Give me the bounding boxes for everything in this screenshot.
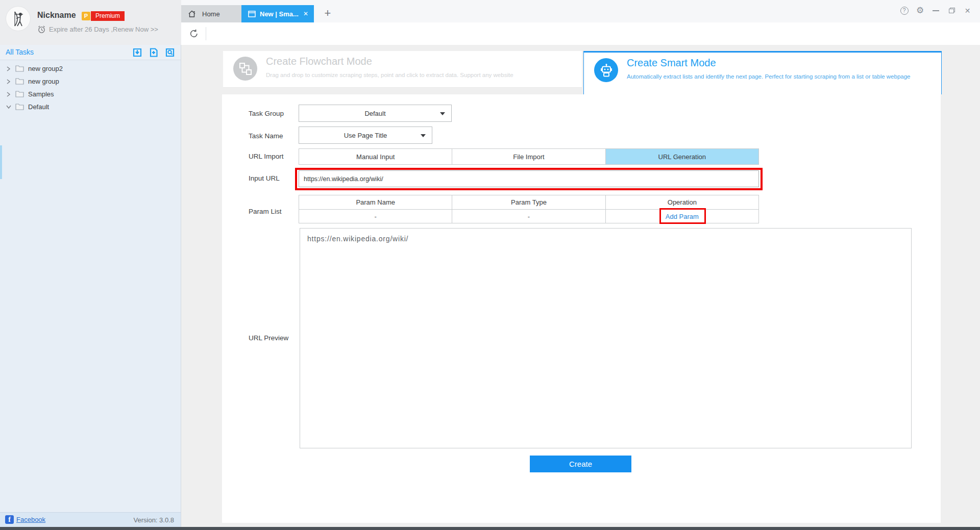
folder-icon — [15, 78, 24, 85]
all-tasks-title: All Tasks — [6, 48, 34, 56]
sidebar-header: All Tasks — [0, 45, 181, 60]
toolbar-divider — [206, 27, 206, 40]
create-flowchart-mode-card[interactable]: Create Flowchart Mode Drag and drop to c… — [223, 51, 582, 88]
search-file-icon — [165, 47, 175, 58]
task-group-value: Default — [364, 110, 385, 117]
archer-icon — [10, 10, 27, 28]
maximize-button[interactable] — [947, 6, 956, 15]
tree-item-new-group2[interactable]: new group2 — [0, 62, 181, 75]
flowchart-mode-subtitle: Drag and drop to customize scraping step… — [266, 72, 513, 78]
tree-item-label: new group2 — [28, 65, 63, 72]
facebook-link[interactable]: f Facebook — [5, 515, 45, 524]
task-group-dropdown[interactable]: Default — [299, 105, 452, 122]
browser-toolbar — [181, 22, 980, 45]
task-group-tree: new group2 new group Samples — [0, 60, 181, 512]
param-name-header: Param Name — [299, 195, 452, 210]
tree-item-default[interactable]: Default — [0, 100, 181, 113]
version-label: Version: 3.0.8 — [134, 516, 175, 524]
facebook-link-label: Facebook — [16, 516, 45, 523]
tab-bar: Home New | Sma... ✕ + ? ⚙ ✕ — [181, 0, 980, 22]
task-name-value: Use Page Title — [344, 132, 387, 139]
folder-icon — [15, 91, 24, 97]
search-task-button[interactable] — [165, 47, 175, 58]
user-nickname: Nickname — [37, 11, 76, 20]
minimize-icon — [933, 10, 939, 11]
avatar[interactable] — [6, 7, 30, 31]
minimize-button[interactable] — [932, 6, 940, 15]
file-import-tab[interactable]: File Import — [452, 149, 605, 164]
help-icon: ? — [900, 7, 909, 15]
tab-new-smart-mode[interactable]: New | Sma... ✕ — [241, 5, 314, 22]
facebook-icon: f — [5, 515, 14, 524]
url-generation-tab[interactable]: URL Generation — [606, 149, 758, 164]
home-icon — [188, 10, 196, 18]
param-name-cell: - — [299, 210, 452, 223]
tree-item-samples[interactable]: Samples — [0, 88, 181, 100]
window-icon — [248, 11, 256, 17]
tab-home-label: Home — [202, 10, 220, 18]
tab-close-icon[interactable]: ✕ — [303, 10, 308, 17]
url-preview-label: URL Preview — [249, 333, 288, 343]
operation-header: Operation — [605, 195, 758, 210]
help-button[interactable]: ? — [900, 6, 909, 15]
chevron-down-icon — [421, 134, 426, 137]
manual-input-tab[interactable]: Manual Input — [299, 149, 452, 164]
tab-home[interactable]: Home — [181, 5, 241, 22]
restore-icon — [949, 8, 955, 13]
user-area: Nickname P Premium Expire after 26 Days … — [0, 0, 181, 45]
task-group-label: Task Group — [249, 109, 284, 119]
sidebar-scroll-indicator[interactable] — [0, 145, 2, 179]
expire-text[interactable]: Expire after 26 Days ,Renew Now >> — [49, 26, 158, 33]
import-tray-icon — [132, 47, 142, 58]
import-task-button[interactable] — [132, 47, 142, 58]
settings-gear-icon[interactable]: ⚙ — [916, 6, 924, 15]
tree-item-label: new group — [28, 78, 59, 85]
new-task-button[interactable] — [149, 47, 159, 58]
chevron-right-icon[interactable] — [6, 92, 12, 97]
refresh-icon — [189, 29, 199, 39]
param-type-cell: - — [452, 210, 605, 223]
chevron-down-icon — [440, 112, 445, 115]
input-url-field[interactable] — [299, 170, 759, 187]
create-button[interactable]: Create — [530, 456, 631, 472]
url-preview-box[interactable]: https://en.wikipedia.org/wiki/ — [300, 228, 912, 448]
chevron-right-icon[interactable] — [6, 66, 12, 71]
tree-item-label: Default — [28, 103, 49, 111]
url-import-segmented-control: Manual Input File Import URL Generation — [299, 148, 759, 165]
param-list-label: Param List — [249, 207, 282, 217]
premium-badge: Premium — [91, 11, 125, 21]
sidebar-footer: f Facebook Version: 3.0.8 — [0, 512, 181, 527]
tab-active-label: New | Sma... — [260, 10, 299, 18]
new-tab-button[interactable]: + — [320, 5, 335, 22]
param-table-row: - - Add Param — [299, 210, 759, 223]
robot-icon — [594, 58, 618, 82]
flowchart-mode-title: Create Flowchart Mode — [266, 56, 372, 67]
param-list-table: Param Name Param Type Operation - - Add … — [299, 195, 759, 223]
chevron-down-icon[interactable] — [6, 105, 12, 109]
folder-icon — [15, 65, 24, 72]
task-name-dropdown[interactable]: Use Page Title — [299, 127, 432, 144]
smart-mode-form: Task Group Default Task Name Use Page Ti… — [222, 94, 941, 523]
param-table-header-row: Param Name Param Type Operation — [299, 195, 759, 210]
alarm-clock-icon — [37, 25, 46, 34]
folder-icon — [15, 104, 24, 110]
tree-item-label: Samples — [28, 90, 54, 98]
add-file-icon — [149, 47, 159, 58]
add-param-link[interactable]: Add Param — [666, 213, 699, 220]
tree-item-new-group[interactable]: new group — [0, 75, 181, 88]
url-import-label: URL Import — [249, 152, 284, 162]
app-window: Nickname P Premium Expire after 26 Days … — [0, 0, 980, 530]
p-badge: P — [82, 12, 90, 20]
window-bottom-edge — [0, 527, 980, 530]
task-sidebar: All Tasks — [0, 45, 181, 527]
param-type-header: Param Type — [452, 195, 605, 210]
smart-mode-title: Create Smart Mode — [627, 57, 716, 69]
refresh-button[interactable] — [188, 28, 200, 40]
create-smart-mode-card[interactable]: Create Smart Mode Automatically extract … — [583, 51, 942, 94]
close-window-button[interactable]: ✕ — [963, 6, 972, 15]
smart-mode-subtitle: Automatically extract lists and identify… — [627, 73, 910, 80]
chevron-right-icon[interactable] — [6, 79, 12, 84]
input-url-label: Input URL — [249, 173, 280, 184]
task-name-label: Task Name — [249, 131, 283, 141]
flowchart-icon — [233, 57, 257, 81]
